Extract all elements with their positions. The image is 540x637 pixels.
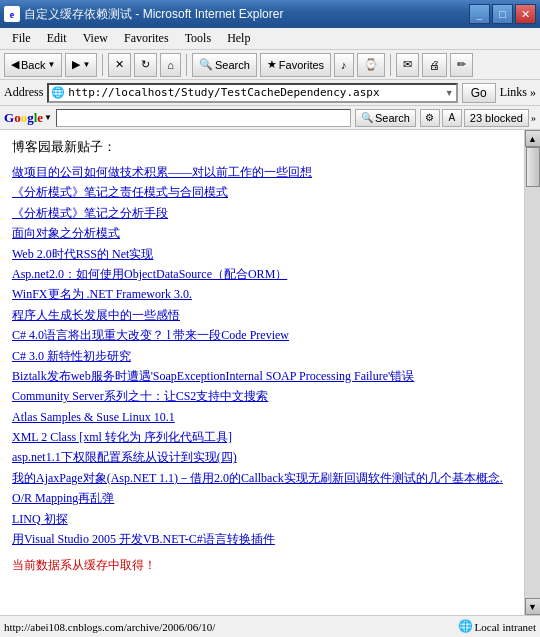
search-label: Search bbox=[215, 59, 250, 71]
forward-dropdown-icon: ▼ bbox=[82, 60, 90, 69]
print-icon: 🖨 bbox=[429, 59, 440, 71]
link-item[interactable]: 用Visual Studio 2005 开发VB.NET-C#语言转换插件 bbox=[12, 529, 512, 549]
blocked-button[interactable]: 23 blocked bbox=[464, 109, 529, 127]
home-icon: ⌂ bbox=[167, 59, 174, 71]
stop-icon: ✕ bbox=[115, 58, 124, 71]
edit-button[interactable]: ✏ bbox=[450, 53, 473, 77]
google-highlight-button[interactable]: A bbox=[442, 109, 462, 127]
blocked-label: 23 blocked bbox=[470, 112, 523, 124]
history-button[interactable]: ⌚ bbox=[357, 53, 385, 77]
link-item[interactable]: 程序人生成长发展中的一些感悟 bbox=[12, 305, 512, 325]
address-dropdown-icon[interactable]: ▼ bbox=[445, 88, 454, 98]
google-search-label: Search bbox=[375, 112, 410, 124]
link-item[interactable]: LINQ 初探 bbox=[12, 509, 512, 529]
link-item[interactable]: Web 2.0时代RSS的 Net实现 bbox=[12, 244, 512, 264]
minimize-button[interactable]: _ bbox=[469, 4, 490, 24]
google-dropdown-icon[interactable]: ▼ bbox=[44, 113, 52, 122]
media-button[interactable]: ♪ bbox=[334, 53, 354, 77]
status-zone: 🌐 Local intranet bbox=[458, 619, 536, 634]
link-item[interactable]: C# 4.0语言将出现重大改变？ l 带来一段Code Preview bbox=[12, 325, 512, 345]
status-bar: http://abei108.cnblogs.com/archive/2006/… bbox=[0, 615, 540, 637]
title-controls[interactable]: _ □ ✕ bbox=[469, 4, 536, 24]
section-title: 博客园最新贴子： bbox=[12, 138, 512, 156]
status-right: 🌐 Local intranet bbox=[458, 619, 536, 634]
link-item[interactable]: 《分析模式》笔记之责任模式与合同模式 bbox=[12, 182, 512, 202]
scroll-track[interactable] bbox=[525, 147, 541, 598]
toolbar: ◀ Back ▼ ▶ ▼ ✕ ↻ ⌂ 🔍 Search ★ Favorites … bbox=[0, 50, 540, 80]
forward-icon: ▶ bbox=[72, 58, 80, 71]
refresh-button[interactable]: ↻ bbox=[134, 53, 157, 77]
more-button[interactable]: » bbox=[531, 112, 536, 123]
link-item[interactable]: C# 3.0 新特性初步研究 bbox=[12, 346, 512, 366]
link-item[interactable]: 做项目的公司如何做技术积累——对以前工作的一些回想 bbox=[12, 162, 512, 182]
link-item[interactable]: Biztalk发布web服务时遭遇'SoapExceptionInternal … bbox=[12, 366, 512, 386]
menu-favorites[interactable]: Favorites bbox=[116, 29, 177, 48]
google-options-button[interactable]: ⚙ bbox=[420, 109, 440, 127]
forward-button[interactable]: ▶ ▼ bbox=[65, 53, 97, 77]
maximize-button[interactable]: □ bbox=[492, 4, 513, 24]
page-icon: 🌐 bbox=[51, 86, 65, 99]
main-content: 博客园最新贴子： 做项目的公司如何做技术积累——对以前工作的一些回想《分析模式》… bbox=[0, 130, 524, 615]
stop-button[interactable]: ✕ bbox=[108, 53, 131, 77]
back-button[interactable]: ◀ Back ▼ bbox=[4, 53, 62, 77]
links-label: Links » bbox=[500, 85, 536, 100]
search-icon: 🔍 bbox=[199, 58, 213, 71]
google-search-input[interactable] bbox=[59, 112, 348, 124]
scrollbar[interactable]: ▲ ▼ bbox=[524, 130, 540, 615]
favorites-icon: ★ bbox=[267, 58, 277, 71]
menu-view[interactable]: View bbox=[75, 29, 116, 48]
title-bar-left: e 自定义缓存依赖测试 - Microsoft Internet Explore… bbox=[4, 6, 283, 23]
mail-icon: ✉ bbox=[403, 58, 412, 71]
menu-tools[interactable]: Tools bbox=[177, 29, 220, 48]
link-item[interactable]: 《分析模式》笔记之分析手段 bbox=[12, 203, 512, 223]
go-button[interactable]: Go bbox=[462, 83, 496, 103]
menu-edit[interactable]: Edit bbox=[39, 29, 75, 48]
window-title: 自定义缓存依赖测试 - Microsoft Internet Explorer bbox=[24, 6, 283, 23]
media-icon: ♪ bbox=[341, 59, 347, 71]
content-area: 博客园最新贴子： 做项目的公司如何做技术积累——对以前工作的一些回想《分析模式》… bbox=[0, 130, 540, 615]
menu-bar: File Edit View Favorites Tools Help bbox=[0, 28, 540, 50]
home-button[interactable]: ⌂ bbox=[160, 53, 181, 77]
favorites-label: Favorites bbox=[279, 59, 324, 71]
close-button[interactable]: ✕ bbox=[515, 4, 536, 24]
google-search-icon: 🔍 bbox=[361, 112, 373, 123]
link-item[interactable]: asp.net1.1下权限配置系统从设计到实现(四) bbox=[12, 447, 512, 467]
zone-icon: 🌐 bbox=[458, 619, 473, 634]
link-item[interactable]: Asp.net2.0：如何使用ObjectDataSource（配合ORM） bbox=[12, 264, 512, 284]
mail-button[interactable]: ✉ bbox=[396, 53, 419, 77]
edit-icon: ✏ bbox=[457, 58, 466, 71]
address-box[interactable]: 🌐 ▼ bbox=[47, 83, 457, 103]
link-item[interactable]: XML 2 Class [xml 转化为 序列化代码工具] bbox=[12, 427, 512, 447]
link-item[interactable]: O/R Mapping再乱弹 bbox=[12, 488, 512, 508]
status-url: http://abei108.cnblogs.com/archive/2006/… bbox=[4, 621, 458, 633]
google-search-button[interactable]: 🔍 Search bbox=[355, 109, 416, 127]
google-logo[interactable]: Google ▼ bbox=[4, 110, 52, 126]
back-label: Back bbox=[21, 59, 45, 71]
back-icon: ◀ bbox=[11, 58, 19, 71]
print-button[interactable]: 🖨 bbox=[422, 53, 447, 77]
scroll-up-button[interactable]: ▲ bbox=[525, 130, 541, 147]
scroll-down-button[interactable]: ▼ bbox=[525, 598, 541, 615]
google-bar: Google ▼ 🔍 Search ⚙ A 23 blocked » bbox=[0, 106, 540, 130]
google-logo-text: Google bbox=[4, 110, 43, 126]
menu-file[interactable]: File bbox=[4, 29, 39, 48]
title-bar: e 自定义缓存依赖测试 - Microsoft Internet Explore… bbox=[0, 0, 540, 28]
zone-label: Local intranet bbox=[475, 621, 536, 633]
google-search-box[interactable] bbox=[56, 109, 351, 127]
address-bar: Address 🌐 ▼ Go Links » bbox=[0, 80, 540, 106]
link-item[interactable]: WinFX更名为 .NET Framework 3.0. bbox=[12, 284, 512, 304]
toolbar-separator-1 bbox=[102, 54, 103, 76]
link-item[interactable]: Community Server系列之十：让CS2支持中文搜索 bbox=[12, 386, 512, 406]
menu-help[interactable]: Help bbox=[219, 29, 258, 48]
status-text: 当前数据系从缓存中取得！ bbox=[12, 557, 512, 574]
scroll-thumb[interactable] bbox=[526, 147, 540, 187]
address-input[interactable] bbox=[68, 86, 444, 99]
search-button[interactable]: 🔍 Search bbox=[192, 53, 257, 77]
google-right-buttons: ⚙ A 23 blocked » bbox=[420, 109, 536, 127]
favorites-button[interactable]: ★ Favorites bbox=[260, 53, 331, 77]
link-item[interactable]: 面向对象之分析模式 bbox=[12, 223, 512, 243]
link-item[interactable]: Atlas Samples & Suse Linux 10.1 bbox=[12, 407, 512, 427]
link-item[interactable]: 我的AjaxPage对象(Asp.NET 1.1)－借用2.0的Callback… bbox=[12, 468, 512, 488]
toolbar-separator-3 bbox=[390, 54, 391, 76]
links-list: 做项目的公司如何做技术积累——对以前工作的一些回想《分析模式》笔记之责任模式与合… bbox=[12, 162, 512, 549]
